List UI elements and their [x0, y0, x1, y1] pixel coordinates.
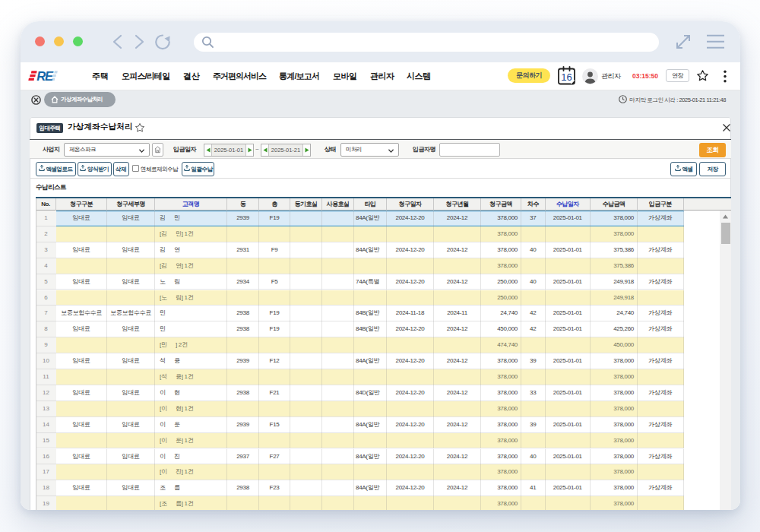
- svg-text:16: 16: [561, 71, 572, 83]
- svg-text:RE: RE: [36, 69, 54, 82]
